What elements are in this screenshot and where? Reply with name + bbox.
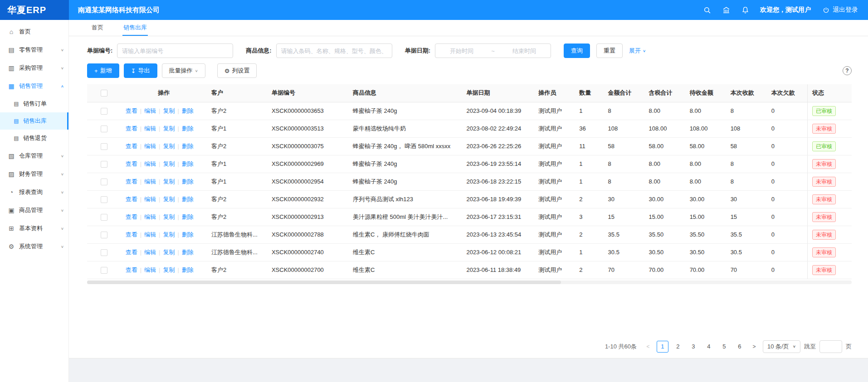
- expand-link[interactable]: 展开 ∨: [629, 47, 646, 55]
- sidebar-item-warehouse[interactable]: ▧仓库管理∨: [0, 147, 68, 165]
- doc-no-input[interactable]: [117, 44, 233, 58]
- date-end-input[interactable]: [501, 48, 548, 54]
- row-action-copy[interactable]: 复制: [163, 178, 175, 185]
- help-icon[interactable]: ?: [843, 66, 852, 75]
- row-action-copy[interactable]: 复制: [163, 249, 175, 256]
- row-action-view[interactable]: 查看: [126, 160, 137, 167]
- batch-operations-button[interactable]: 批量操作 ∨: [162, 63, 205, 78]
- reset-button[interactable]: 重置: [596, 44, 623, 58]
- row-action-view[interactable]: 查看: [126, 143, 137, 150]
- search-icon[interactable]: [703, 6, 711, 14]
- row-checkbox[interactable]: [101, 267, 107, 274]
- row-action-edit[interactable]: 编辑: [144, 266, 156, 273]
- row-checkbox[interactable]: [101, 196, 107, 203]
- row-checkbox[interactable]: [101, 161, 107, 168]
- bell-icon[interactable]: [741, 6, 749, 14]
- tab-home[interactable]: 首页: [91, 20, 104, 36]
- row-action-edit[interactable]: 编辑: [144, 249, 156, 256]
- page-button-1[interactable]: 1: [657, 341, 668, 353]
- row-action-copy[interactable]: 复制: [163, 125, 175, 132]
- row-action-view[interactable]: 查看: [126, 178, 137, 185]
- row-action-copy[interactable]: 复制: [163, 107, 175, 114]
- row-action-edit[interactable]: 编辑: [144, 107, 156, 114]
- logout-button[interactable]: 退出登录: [822, 6, 858, 14]
- row-checkbox[interactable]: [101, 179, 107, 185]
- page-button-5[interactable]: 5: [718, 341, 730, 353]
- row-action-view[interactable]: 查看: [126, 107, 137, 114]
- sidebar-item-finance[interactable]: ▨财务管理∨: [0, 165, 68, 183]
- sidebar-item-purchase[interactable]: ▥采购管理∨: [0, 59, 68, 77]
- row-action-view[interactable]: 查看: [126, 249, 137, 256]
- row-action-view[interactable]: 查看: [126, 266, 137, 273]
- page-button-2[interactable]: 2: [672, 341, 684, 353]
- cell-status: 未审核: [808, 208, 852, 226]
- sidebar-item-system[interactable]: ⚙系统管理∨: [0, 237, 68, 256]
- row-action-delete[interactable]: 删除: [182, 107, 194, 114]
- row-action-edit[interactable]: 编辑: [144, 213, 156, 220]
- row-action-delete[interactable]: 删除: [182, 213, 194, 220]
- sidebar-item-sales-return[interactable]: ▤销售退货: [0, 130, 68, 147]
- page-button-4[interactable]: 4: [703, 341, 715, 353]
- row-checkbox[interactable]: [101, 143, 107, 150]
- row-action-view[interactable]: 查看: [126, 213, 137, 220]
- add-button[interactable]: + 新增: [87, 63, 119, 78]
- row-action-view[interactable]: 查看: [126, 231, 137, 238]
- sidebar-item-basic-data[interactable]: ⊞基本资料∨: [0, 219, 68, 237]
- row-action-delete[interactable]: 删除: [182, 143, 194, 150]
- row-action-view[interactable]: 查看: [126, 125, 137, 132]
- sidebar-item-sales[interactable]: ▦销售管理∧: [0, 77, 68, 95]
- row-action-delete[interactable]: 删除: [182, 249, 194, 256]
- cell-qty: 36: [575, 120, 603, 137]
- row-action-edit[interactable]: 编辑: [144, 178, 156, 185]
- sidebar-item-sales-order[interactable]: ▤销售订单: [0, 95, 68, 112]
- row-checkbox[interactable]: [101, 126, 107, 132]
- sidebar-item-sales-outbound[interactable]: ▤销售出库: [0, 112, 68, 130]
- row-action-edit[interactable]: 编辑: [144, 231, 156, 238]
- sidebar-item-goods[interactable]: ▣商品管理∨: [0, 201, 68, 219]
- row-checkbox[interactable]: [101, 232, 107, 238]
- row-action-edit[interactable]: 编辑: [144, 160, 156, 167]
- bank-icon[interactable]: [722, 6, 730, 14]
- page-button-6[interactable]: 6: [734, 341, 746, 353]
- row-action-copy[interactable]: 复制: [163, 196, 175, 203]
- select-all-checkbox[interactable]: [101, 90, 107, 97]
- scrollbar-thumb[interactable]: [87, 280, 561, 284]
- horizontal-scrollbar[interactable]: [87, 280, 852, 284]
- date-start-input[interactable]: [438, 48, 485, 54]
- prev-page-button[interactable]: <: [643, 343, 653, 350]
- row-action-delete[interactable]: 删除: [182, 160, 194, 167]
- row-action-edit[interactable]: 编辑: [144, 143, 156, 150]
- date-range-picker[interactable]: ~: [435, 44, 551, 58]
- cell-amount: 35.5: [604, 226, 644, 243]
- column-settings-button[interactable]: ⚙ 列设置: [217, 63, 257, 78]
- sidebar-item-label: 销售管理: [19, 82, 43, 90]
- export-button[interactable]: ↧ 导出: [124, 63, 157, 78]
- pagination-total: 1-10 共60条: [605, 343, 637, 351]
- search-button[interactable]: 查询: [564, 44, 590, 58]
- page-size-select[interactable]: 10 条/页∨: [763, 340, 800, 353]
- jump-page-input[interactable]: [819, 340, 842, 353]
- row-action-edit[interactable]: 编辑: [144, 196, 156, 203]
- row-action-copy[interactable]: 复制: [163, 143, 175, 150]
- product-info-input[interactable]: [276, 44, 392, 58]
- row-checkbox[interactable]: [101, 214, 107, 221]
- row-action-delete[interactable]: 删除: [182, 196, 194, 203]
- row-action-edit[interactable]: 编辑: [144, 125, 156, 132]
- page-button-3[interactable]: 3: [688, 341, 699, 353]
- row-action-delete[interactable]: 删除: [182, 231, 194, 238]
- next-page-button[interactable]: >: [749, 343, 759, 350]
- row-action-copy[interactable]: 复制: [163, 266, 175, 273]
- tab-sales-outbound[interactable]: 销售出库: [122, 20, 148, 36]
- row-checkbox[interactable]: [101, 249, 107, 256]
- sidebar-item-home[interactable]: ⌂首页: [0, 23, 68, 41]
- sidebar-item-retail[interactable]: ▤零售管理∨: [0, 41, 68, 59]
- row-action-view[interactable]: 查看: [126, 196, 137, 203]
- row-checkbox[interactable]: [101, 108, 107, 115]
- row-action-copy[interactable]: 复制: [163, 160, 175, 167]
- row-action-delete[interactable]: 删除: [182, 266, 194, 273]
- row-action-delete[interactable]: 删除: [182, 125, 194, 132]
- row-action-copy[interactable]: 复制: [163, 213, 175, 220]
- sidebar-item-report[interactable]: ◔报表查询∨: [0, 183, 68, 201]
- row-action-delete[interactable]: 删除: [182, 178, 194, 185]
- row-action-copy[interactable]: 复制: [163, 231, 175, 238]
